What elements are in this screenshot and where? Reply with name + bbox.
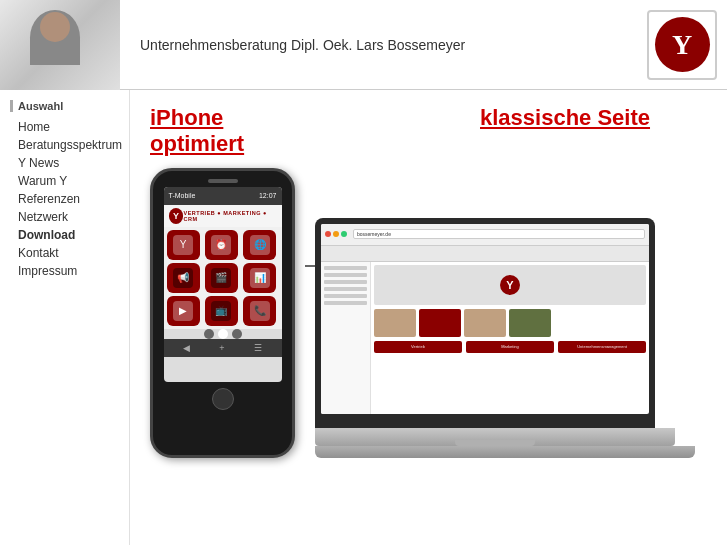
website-btn-marketing[interactable]: Marketing xyxy=(466,341,554,353)
mini-line-6 xyxy=(324,301,367,305)
app-icon-4[interactable]: 📢 xyxy=(167,263,200,293)
image-thumb-3 xyxy=(464,309,506,337)
browser-close-btn[interactable] xyxy=(325,231,331,237)
browser-header: bossemeyer.de xyxy=(321,224,649,246)
app-icon-7[interactable]: ▶ xyxy=(167,296,200,326)
iphone-bottom-bar: ◀ + ☰ xyxy=(164,339,282,357)
browser-toolbar xyxy=(321,246,649,262)
nav-home-icon[interactable]: + xyxy=(219,343,224,353)
mini-line-5 xyxy=(324,294,367,298)
laptop-screen-inner: bossemeyer.de xyxy=(321,224,649,414)
app-icon-inner-6: 📊 xyxy=(250,268,270,288)
address-bar[interactable]: bossemeyer.de xyxy=(353,229,645,239)
website-buttons-row: Vertrieb Marketing Unternehmensmanagemen… xyxy=(374,341,646,353)
content-headings: iPhone optimiert klassische Seite xyxy=(150,105,707,158)
sidebar: Auswahl Home Beratungsspektrum Y News Wa… xyxy=(0,90,130,545)
mini-line-2 xyxy=(324,273,367,277)
iphone-status-bar: T-Mobile 12:07 xyxy=(164,187,282,205)
iphone-device: T-Mobile 12:07 Y VERTRIEB ● MARKETING ● … xyxy=(150,168,295,458)
website-content: Y Vertrieb Marketing xyxy=(321,262,649,414)
app-icon-inner-3: 🌐 xyxy=(250,235,270,255)
app-icon-1[interactable]: Y xyxy=(167,230,200,260)
devices-row: T-Mobile 12:07 Y VERTRIEB ● MARKETING ● … xyxy=(150,168,707,458)
app-icon-inner-2: ⏰ xyxy=(211,235,231,255)
image-thumb-1 xyxy=(374,309,416,337)
time-text: 12:07 xyxy=(259,192,277,199)
nav-menu-icon[interactable]: ☰ xyxy=(254,343,262,353)
main-layout: Auswahl Home Beratungsspektrum Y News Wa… xyxy=(0,90,727,545)
iphone-bottom-nav xyxy=(164,329,282,339)
website-main-mini: Y Vertrieb Marketing xyxy=(371,262,649,414)
iphone-y-icon: Y xyxy=(169,208,184,224)
website-btn-vertrieb[interactable]: Vertrieb xyxy=(374,341,462,353)
header-title: Unternehmensberatung Dipl. Oek. Lars Bos… xyxy=(120,37,647,53)
iphone-speaker xyxy=(208,179,238,183)
nav-dot-2 xyxy=(218,329,228,339)
classic-heading[interactable]: klassische Seite xyxy=(480,105,650,158)
iphone-logo-row: Y VERTRIEB ● MARKETING ● CRM xyxy=(164,205,282,227)
sidebar-item-warumy[interactable]: Warum Y xyxy=(10,172,119,190)
sidebar-item-download[interactable]: Download xyxy=(10,226,119,244)
header-logo: Y xyxy=(647,10,717,80)
app-icon-8[interactable]: 📺 xyxy=(205,296,238,326)
sidebar-item-kontakt[interactable]: Kontakt xyxy=(10,244,119,262)
app-icon-inner-8: 📺 xyxy=(211,301,231,321)
website-mini-y-icon: Y xyxy=(500,275,520,295)
sidebar-item-beratungsspektrum[interactable]: Beratungsspektrum xyxy=(10,136,119,154)
website-btn-unternehmens[interactable]: Unternehmensmanagement xyxy=(558,341,646,353)
header-photo xyxy=(0,0,120,90)
iphone-tagline: VERTRIEB ● MARKETING ● CRM xyxy=(183,210,276,222)
url-text: bossemeyer.de xyxy=(357,231,391,237)
iphone-screen: T-Mobile 12:07 Y VERTRIEB ● MARKETING ● … xyxy=(164,187,282,382)
website-sidebar-mini xyxy=(321,262,371,414)
sidebar-item-impressum[interactable]: Impressum xyxy=(10,262,119,280)
mini-line-1 xyxy=(324,266,367,270)
iphone-app-grid: Y ⏰ 🌐 📢 🎬 📊 ▶ 📺 📞 xyxy=(164,227,282,329)
browser-maximize-btn[interactable] xyxy=(341,231,347,237)
sidebar-item-referenzen[interactable]: Referenzen xyxy=(10,190,119,208)
image-thumb-2 xyxy=(419,309,461,337)
app-icon-2[interactable]: ⏰ xyxy=(205,230,238,260)
laptop-keyboard xyxy=(315,446,695,458)
sidebar-item-netzwerk[interactable]: Netzwerk xyxy=(10,208,119,226)
app-icon-5[interactable]: 🎬 xyxy=(205,263,238,293)
app-icon-inner-4: 📢 xyxy=(173,268,193,288)
website-images-row xyxy=(374,309,646,337)
image-thumb-4 xyxy=(509,309,551,337)
carrier-text: T-Mobile xyxy=(169,192,196,199)
mini-line-4 xyxy=(324,287,367,291)
content-area: iPhone optimiert klassische Seite T-Mobi… xyxy=(130,90,727,545)
y-logo-icon[interactable]: Y xyxy=(655,17,710,72)
browser-minimize-btn[interactable] xyxy=(333,231,339,237)
app-icon-inner-9: 📞 xyxy=(250,301,270,321)
laptop-screen-outer: bossemeyer.de xyxy=(315,218,655,428)
nav-back-icon[interactable]: ◀ xyxy=(183,343,190,353)
app-icon-inner-5: 🎬 xyxy=(211,268,231,288)
app-icon-inner-1: Y xyxy=(173,235,193,255)
sidebar-item-home[interactable]: Home xyxy=(10,118,119,136)
app-icon-6[interactable]: 📊 xyxy=(243,263,276,293)
app-icon-9[interactable]: 📞 xyxy=(243,296,276,326)
sidebar-item-ynews[interactable]: Y News xyxy=(10,154,119,172)
app-icon-inner-7: ▶ xyxy=(173,301,193,321)
mini-line-3 xyxy=(324,280,367,284)
laptop-base xyxy=(315,428,675,446)
iphone-home-button[interactable] xyxy=(212,388,234,410)
iphone-heading[interactable]: iPhone optimiert xyxy=(150,105,350,158)
nav-dot-1 xyxy=(204,329,214,339)
website-hero: Y xyxy=(374,265,646,305)
nav-dot-3 xyxy=(232,329,242,339)
header: Unternehmensberatung Dipl. Oek. Lars Bos… xyxy=(0,0,727,90)
app-icon-3[interactable]: 🌐 xyxy=(243,230,276,260)
sidebar-section-label: Auswahl xyxy=(10,100,119,112)
laptop-device: bossemeyer.de xyxy=(315,218,707,458)
